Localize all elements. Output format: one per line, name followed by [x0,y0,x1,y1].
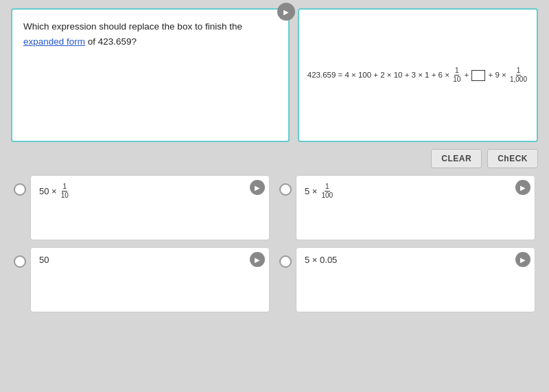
option-content-a: 50 × 1 10 [39,183,261,200]
question-box: ▶ Which expression should replace the bo… [11,8,290,142]
math-expression: 423.659 = 4 × 100 + 2 × 10 + 3 × 1 + 6 ×… [307,67,528,84]
expanded-form-link[interactable]: expanded form [23,36,85,47]
option-a-fraction: 1 10 [60,183,69,200]
option-b-fraction: 1 100 [320,183,334,200]
audio-btn-c[interactable]: ▶ [250,252,265,267]
clear-button[interactable]: CLEAR [431,149,482,168]
speaker-icon-d: ▶ [520,256,526,264]
radio-a[interactable] [14,183,26,196]
expression-main: 423.659 = 4 × 100 + 2 × 10 + 3 × 1 + 6 × [307,71,452,79]
option-wrapper-c: ▶ 50 [14,247,270,312]
top-row: ▶ Which expression should replace the bo… [11,8,538,142]
speaker-icon-a: ▶ [255,184,260,192]
math-display-box: 423.659 = 4 × 100 + 2 × 10 + 3 × 1 + 6 ×… [298,8,538,142]
option-d-text: 5 × 0.05 [305,255,337,265]
option-wrapper-a: ▶ 50 × 1 10 [14,175,270,240]
question-suffix: of 423.659? [85,36,137,47]
options-grid: ▶ 50 × 1 10 ▶ 5 × [11,175,538,312]
speaker-icon-b: ▶ [520,184,526,192]
fraction-1-10: 110 [452,67,461,84]
question-audio-button[interactable]: ▶ [277,3,295,21]
option-content-c: 50 [39,255,261,265]
speaker-icon: ▶ [283,8,289,16]
option-card-c[interactable]: ▶ 50 [30,247,270,312]
expression-plus-9: + 9 × [486,71,509,79]
option-wrapper-b: ▶ 5 × 1 100 [279,175,535,240]
audio-btn-b[interactable]: ▶ [515,180,530,195]
audio-btn-a[interactable]: ▶ [250,180,265,195]
option-wrapper-d: ▶ 5 × 0.05 [279,247,535,312]
radio-d[interactable] [279,255,292,268]
action-row: CLEAR ChECK [11,149,538,168]
answer-blank [471,70,485,81]
question-text: Which expression should replace the box … [23,19,277,49]
option-content-b: 5 × 1 100 [305,183,526,200]
expression-plus-box: + [462,71,471,79]
option-card-d[interactable]: ▶ 5 × 0.05 [296,247,535,312]
speaker-icon-c: ▶ [255,256,260,264]
option-card-a[interactable]: ▶ 50 × 1 10 [30,175,270,240]
question-prefix: Which expression should replace the box … [23,21,242,32]
check-button[interactable]: ChECK [487,149,538,168]
radio-c[interactable] [14,255,26,268]
main-container: ▶ Which expression should replace the bo… [0,0,549,321]
audio-btn-d[interactable]: ▶ [515,252,530,267]
option-content-d: 5 × 0.05 [305,255,526,265]
fraction-1-1000: 11,000 [509,67,528,84]
option-a-text: 50 × [39,186,57,196]
option-card-b[interactable]: ▶ 5 × 1 100 [296,175,535,240]
option-b-text: 5 × [305,186,317,196]
option-c-text: 50 [39,255,49,265]
radio-b[interactable] [279,183,292,196]
